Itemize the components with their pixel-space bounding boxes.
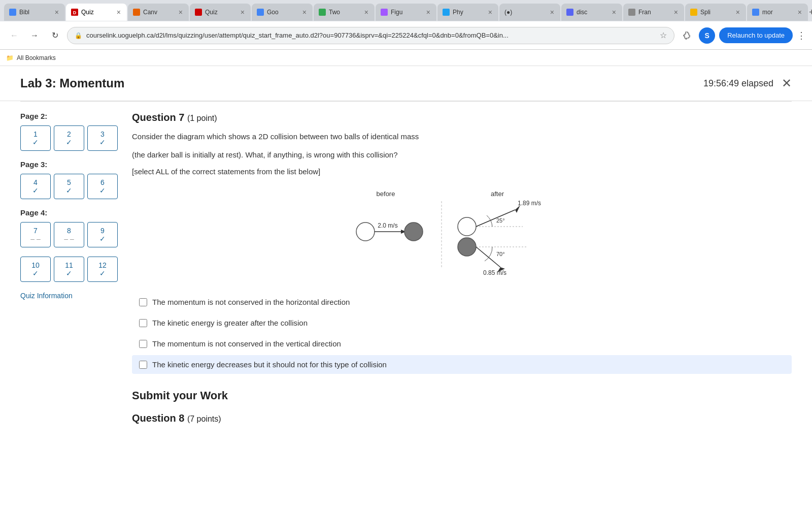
tab-favicon-fran [628,9,635,16]
checkbox-1[interactable] [139,298,147,306]
v1-after-label: 1.89 m/s [518,200,541,207]
bookmarks-label[interactable]: All Bookmarks [17,54,56,61]
url-bar[interactable]: 🔒 courselink.uoguelph.ca/d2l/lms/quizzin… [67,27,674,44]
quiz-timer: 19:56:49 elapsed [703,78,773,89]
question-btn-4[interactable]: 4 ✓ [20,174,51,199]
new-tab-button[interactable]: + [809,5,812,19]
question-instruction: [select ALL of the correct statements fr… [132,167,792,176]
choice-4[interactable]: The kinetic energy decreases but it shou… [132,355,792,374]
question-btn-3[interactable]: 3 ✓ [87,125,118,151]
tab-figu[interactable]: Figu × [376,4,436,21]
ball-before-dark [404,223,423,241]
question-btn-5[interactable]: 5 ✓ [54,174,84,199]
tab-quiz2[interactable]: Quiz × [190,4,251,21]
relaunch-button[interactable]: Relaunch to update [719,27,793,43]
address-bar: ← → ↻ 🔒 courselink.uoguelph.ca/d2l/lms/q… [0,21,812,50]
tab-fran[interactable]: Fran × [623,4,684,21]
bookmark-star-icon[interactable]: ☆ [660,30,667,40]
tab-close-two[interactable]: × [363,7,369,17]
tab-close[interactable]: × [54,7,60,17]
tab-close-tab8[interactable]: × [549,7,555,17]
menu-dots-icon[interactable]: ⋮ [797,30,806,41]
browser-chrome: Bibl × D Quiz × Canv × Quiz × Goo × Two [0,0,812,66]
tab-title-two: Two [329,9,360,16]
checkbox-3[interactable] [139,340,147,348]
tab-favicon-two [319,9,326,16]
v1-angle-label: 25° [496,217,505,224]
tab-title-mor: mor [762,9,794,16]
tab-close-fran[interactable]: × [673,7,679,17]
tab-quiz-active[interactable]: D Quiz × [66,4,127,21]
tab-close-active[interactable]: × [116,7,122,17]
tab-close-goo[interactable]: × [301,7,308,17]
tab-close-disc[interactable]: × [611,7,617,17]
tab-close-spli[interactable]: × [735,7,741,17]
tab-title-spli: Spli [700,9,732,16]
tab-title-phy: Phy [453,9,484,16]
arrow-dark-after [476,247,500,267]
question-btn-2[interactable]: 2 ✓ [54,125,84,151]
tab-title-active: Quiz [81,9,113,16]
before-label: before [377,190,395,198]
question8-points: (7 points) [187,415,221,423]
profile-button[interactable]: S [699,27,715,44]
tab-favicon-mor [752,9,759,16]
question-number: Question 7 [132,112,184,123]
tab-close-figu[interactable]: × [425,7,431,17]
tab-canv[interactable]: Canv × [128,4,189,21]
question-btn-6[interactable]: 6 ✓ [87,174,118,199]
refresh-button[interactable]: ↻ [47,27,63,44]
checkbox-2[interactable] [139,319,147,327]
quiz-title: Lab 3: Momentum [20,76,124,90]
question-btn-12[interactable]: 12 ✓ [87,257,118,282]
tab-favicon-active: D [71,9,78,16]
svg-text:D: D [73,10,77,15]
tab-favicon-goo [257,9,264,16]
choice-3[interactable]: The momentum is not conserved in the ver… [132,334,792,353]
extension-puzzle-icon[interactable] [679,27,695,44]
forward-button[interactable]: → [26,27,43,44]
choice-2[interactable]: The kinetic energy is greater after the … [132,313,792,332]
tab-spli[interactable]: Spli × [685,4,746,21]
close-quiz-button[interactable]: ✕ [782,76,792,90]
bookmarks-folder-icon: 📁 [6,54,14,61]
tab-close-canv[interactable]: × [178,7,184,17]
tab-close-quiz2[interactable]: × [240,7,246,17]
tab-title-disc: disc [577,9,608,16]
question-btn-7[interactable]: 7 – – [20,222,51,247]
tab-title-fran: Fran [638,9,670,16]
submit-section: Submit your Work Question 8 (7 points) [132,389,792,424]
tab-title-canv: Canv [143,9,175,16]
tab-title: Bibl [19,9,51,16]
quiz-info-link[interactable]: Quiz Information [20,292,73,300]
tab-disc[interactable]: disc × [561,4,622,21]
question-btn-8[interactable]: 8 – – [54,222,84,247]
tab-close-phy[interactable]: × [487,7,493,17]
url-text: courselink.uoguelph.ca/d2l/lms/quizzing/… [86,31,656,39]
ball-after-dark [458,238,476,256]
choice-1[interactable]: The momentum is not conserved in the hor… [132,293,792,311]
tab-two[interactable]: Two × [314,4,375,21]
question-btn-1[interactable]: 1 ✓ [20,125,51,151]
question-btn-10[interactable]: 10 ✓ [20,257,51,282]
question-points: (1 point) [187,114,217,122]
question-btn-9[interactable]: 9 ✓ [87,222,118,247]
tab-title-goo: Goo [267,9,298,16]
choice-2-text: The kinetic energy is greater after the … [152,319,308,327]
checkbox-4[interactable] [139,361,147,369]
page2-label: Page 2: [20,112,112,120]
tab-goo[interactable]: Goo × [252,4,313,21]
page3-grid: 4 ✓ 5 ✓ 6 ✓ [20,174,112,199]
tab-phy[interactable]: Phy × [437,4,498,21]
tab-close-mor[interactable]: × [797,7,803,17]
tab-tab8[interactable]: (●) × [499,4,560,21]
question8-number: Question 8 [132,412,184,424]
choice-3-text: The momentum is not conserved in the ver… [152,339,341,348]
choice-1-text: The momentum is not conserved in the hor… [152,298,350,306]
quiz-sidebar: Page 2: 1 ✓ 2 ✓ 3 ✓ Page 3: 4 [20,112,112,424]
back-button[interactable]: ← [6,27,22,44]
question-btn-11[interactable]: 11 ✓ [54,257,84,282]
tab-bibl[interactable]: Bibl × [4,4,65,21]
tab-mor[interactable]: mor × [747,4,808,21]
tab-favicon-quiz2 [195,9,202,16]
